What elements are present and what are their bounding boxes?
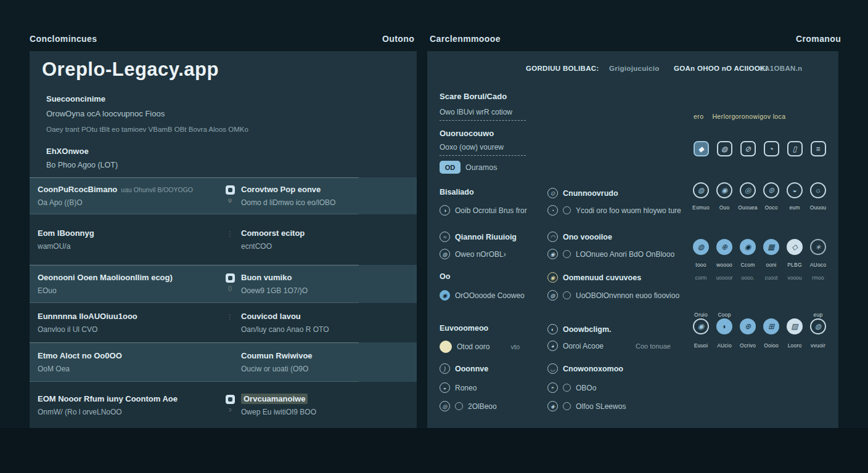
circle-icon[interactable]: ⊛ [740, 318, 756, 334]
score-sub: Owo lBUvi wrR cotiow [440, 108, 512, 116]
app-badge-icon [226, 185, 235, 195]
option-group-header: )Ooonnve [440, 363, 488, 374]
radio-ring-icon[interactable] [563, 402, 571, 410]
circle-icon[interactable]: ⊞ [763, 318, 779, 334]
record-icon: ◉ [440, 290, 450, 301]
option-item[interactable]: ◍UoOBOlOnvnnon euoo fioovioo [547, 290, 679, 301]
option-item[interactable]: ◉OrOOooode Cooweo [440, 290, 525, 301]
intro-heading: Suecooncinime [46, 94, 105, 103]
app-icon[interactable]: ◍ [717, 141, 732, 156]
settings-row[interactable]: Eunnnnna lloAUOiuu1ooo Oanvloo il Ul CVO… [30, 303, 417, 342]
row-sub: ecntCOO [241, 242, 305, 251]
app-icon-row: ◆ ◍ ⊘ ◔ ▯ ≡ [689, 141, 830, 156]
radio-ring-icon[interactable] [455, 402, 463, 410]
row-glyph-icon: ψ [228, 198, 232, 203]
circle-icon[interactable]: ⊕ [716, 239, 732, 255]
radio-ring-icon[interactable] [563, 250, 571, 258]
score-heading: Scare Borul/Cado [440, 92, 507, 101]
circle-icon[interactable]: ◇ [787, 239, 803, 255]
circle-icon[interactable]: ◎ [740, 182, 756, 198]
option-item[interactable]: ◑Ooib Ocrotui Brus fror [440, 205, 527, 216]
menu-item-4[interactable]: OA1OBAN.n [759, 65, 802, 72]
circle-icon[interactable]: ◗ [716, 318, 732, 334]
topbar-item-right[interactable]: Cromanou [796, 34, 841, 44]
app-badge-icon [226, 395, 235, 404]
circle-icon-row: ◉ ◗ ⊛ ⊞ ▨ ◍ [689, 318, 830, 334]
settings-row[interactable]: Oeonooni Ooen Maolioonllim ecog) EOuo ()… [30, 265, 417, 303]
menu-item-2[interactable]: Grigiojucuicio [609, 65, 660, 72]
circle-icon[interactable]: ◍ [693, 239, 709, 255]
option-group-header: Bisaliado [440, 188, 474, 196]
row-title: Corovtwo Pop eonve [241, 185, 335, 194]
wave-icon: ≈ [440, 232, 450, 242]
dots-icon: ⋮ [225, 312, 235, 334]
intro-line1: OrowOyna ocA loocvupnoc Fioos [46, 109, 165, 118]
page-title: Oreplo-Legacy.app [42, 59, 219, 81]
circle-icon[interactable]: ◉ [740, 239, 756, 255]
app-icon[interactable]: ⊘ [740, 141, 756, 156]
option-item[interactable]: ◈Olfoo SLeewos [547, 401, 626, 411]
circle-icon[interactable]: ◉ [693, 318, 709, 334]
radio-ring-icon[interactable] [563, 384, 571, 392]
row-title: Buon vumiko [241, 273, 308, 282]
row-title: Oeonooni Ooen Maolioonllim ecog) [38, 273, 220, 282]
row-sub: Oa Apo ((B)O [38, 198, 220, 207]
radio-ring-icon[interactable] [563, 291, 571, 299]
bottom-strip [0, 428, 868, 473]
right-panel: GORDIUU BOLIBAC: Grigiojucuicio GOAn OHO… [427, 51, 838, 428]
topbar-item-options[interactable]: Outono [382, 34, 414, 44]
circle-icon[interactable]: ◉ [716, 182, 732, 198]
settings-row[interactable]: CoonPuRcocBimanouau Ohunvil B/OOYOGO Oa … [30, 177, 417, 214]
icon-sublabel-row: corm uoooor oooo. cuoot vooou rmoo [689, 275, 830, 281]
circle-icon[interactable]: ◍ [693, 182, 709, 198]
settings-rows: CoonPuRcocBimanouau Ohunvil B/OOYOGO Oa … [30, 177, 417, 428]
option-item[interactable]: ◉LOOnueo Anori BdO OnBlooo [547, 249, 674, 259]
app-icon[interactable]: ◔ [764, 141, 779, 156]
icon-label-row: Euuoi AUcio Ocrivo Ooioo Looro vvuoir [689, 342, 830, 349]
row-title: Eunnnnna lloAUOiuu1ooo [38, 312, 220, 321]
option-group-header: ≈Qiannoi Riuuioig [440, 232, 517, 242]
app-icon[interactable]: ◆ [694, 141, 709, 156]
circle-icon[interactable]: ◍ [810, 318, 826, 334]
circle-icon[interactable]: ◒ [787, 182, 803, 198]
row-sub: EOuo [38, 286, 220, 295]
option-item[interactable]: ◕Ooroi AcooeCoo tonuae [547, 341, 671, 351]
row-title: EOM Nooor Rfum iuny Coontom Aoe [38, 394, 220, 403]
row-glyph-icon: () [228, 286, 232, 291]
circle-icon[interactable]: ▨ [787, 318, 803, 334]
topbar-item-left[interactable]: Conclomincues [30, 34, 97, 44]
option-item[interactable]: ◔Ycodi oro foo wuom hloywo ture [547, 205, 681, 216]
dashed-divider [440, 155, 526, 156]
grid-caption: ero Herlorgoronowigov loca [694, 113, 786, 120]
option-group-header: ⊙Cnunnoovrudo [547, 188, 618, 198]
settings-row[interactable]: EOM Nooor Rfum iuny Coontom Aoe OnmW/ (R… [30, 382, 417, 428]
option-item[interactable]: ◓OBOo [547, 382, 596, 393]
dial-icon: ◍ [547, 290, 558, 301]
topbar-item-conferences[interactable]: Carclenmmoooe [430, 34, 501, 44]
dashed-divider [440, 120, 526, 121]
app-icon[interactable]: ▯ [787, 141, 803, 156]
screen: Conclomincues Outono Carclenmmoooe Croma… [0, 0, 868, 473]
od-badge-button[interactable]: OD [440, 161, 461, 174]
radio-ring-icon[interactable] [563, 206, 571, 214]
row-sub: Oanvloo il Ul CVO [38, 325, 220, 334]
circle-icon[interactable]: ⊜ [763, 182, 779, 198]
option-item[interactable]: Otod oorovto [440, 341, 520, 353]
badge-label: Ouramos [465, 163, 497, 172]
option-item[interactable]: ◎2OlBeoo [440, 401, 497, 411]
option-item[interactable]: ◍Oweo nOrOBL› [440, 249, 506, 259]
row-title: Eom lBoonnyg [38, 228, 220, 238]
menu-item-3[interactable]: GOAn OHOO nO ACIIOOKI [674, 65, 768, 72]
icon-label-row: Eomuo Ouo Ououea Ooco eum Ouuou [689, 204, 830, 211]
circle-icon[interactable]: ☼ [810, 182, 826, 198]
app-badge-icon [226, 273, 235, 283]
circle-icon[interactable]: ▦ [763, 239, 779, 255]
option-group-header: ◐Ooowbcligm. [547, 324, 611, 334]
menu-item-1[interactable]: GORDIUU BOLIBAC: [526, 65, 599, 72]
paren-icon: ) [440, 363, 450, 374]
circle-icon[interactable]: ∗ [810, 239, 826, 255]
app-icon[interactable]: ≡ [811, 141, 826, 156]
settings-row[interactable]: Eom lBoonnyg wamOU/a ⋮ Comoorst ecitop e… [30, 214, 417, 265]
settings-row[interactable]: Etmo Aloct no Oo0OO OoM Oea Coumun Rwiwi… [30, 342, 417, 382]
option-item[interactable]: ◒Roneo [440, 382, 477, 393]
